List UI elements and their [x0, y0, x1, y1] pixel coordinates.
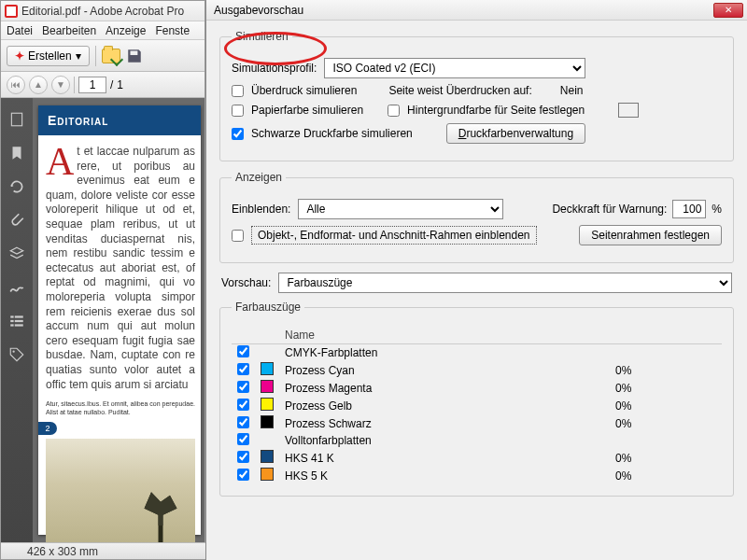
- simulate-paper-color-checkbox[interactable]: [232, 105, 244, 117]
- pdf-file-icon: [5, 5, 18, 18]
- svg-rect-4: [15, 320, 23, 322]
- einblenden-label: Einblenden:: [232, 203, 290, 216]
- pdf-dropcap: A: [46, 145, 77, 178]
- separator: [95, 46, 96, 66]
- plate-percent: [610, 344, 722, 362]
- menu-bearbeiten[interactable]: Bearbeiten: [42, 24, 96, 37]
- page-number-input[interactable]: [78, 77, 106, 93]
- color-swatch: [261, 380, 274, 393]
- plate-name: HKS 5 K: [279, 467, 610, 484]
- pdf-page-number-tab: 2: [38, 422, 57, 435]
- plate-name: Prozess Cyan: [279, 361, 610, 379]
- simulate-overprint-checkbox[interactable]: [232, 85, 244, 97]
- plate-percent: 0%: [610, 467, 722, 484]
- plate-checkbox[interactable]: [237, 469, 249, 481]
- plate-checkbox[interactable]: [237, 399, 249, 411]
- set-page-boxes-button[interactable]: Seitenrahmen festlegen: [579, 225, 722, 245]
- simulate-black-ink-checkbox[interactable]: [232, 128, 244, 140]
- svg-rect-3: [10, 320, 13, 322]
- color-swatch: [261, 468, 274, 481]
- page-total: 1: [117, 78, 123, 91]
- plate-name: Prozess Gelb: [279, 397, 610, 414]
- plate-percent: 0%: [610, 449, 722, 467]
- color-swatch: [261, 398, 274, 411]
- plate-percent: 0%: [610, 361, 722, 379]
- display-legend: Anzeigen: [232, 171, 286, 184]
- menu-anzeige[interactable]: Anzeige: [106, 24, 146, 37]
- simulate-black-ink-label: Schwarze Druckfarbe simulieren: [251, 127, 413, 140]
- plate-name: Volltonfarbplatten: [279, 432, 610, 449]
- plate-checkbox[interactable]: [237, 416, 249, 428]
- pages-panel-icon[interactable]: [8, 111, 25, 128]
- svg-rect-2: [15, 315, 23, 317]
- overprint-hint-label: Seite weist Überdrucken auf:: [388, 84, 531, 97]
- menu-fenster[interactable]: Fenste: [155, 24, 190, 37]
- set-page-bg-checkbox[interactable]: [388, 105, 400, 117]
- pdf-small-text: Atur, sitaecus.Ibus. Et omnit, alibea co…: [46, 399, 195, 416]
- warning-opacity-input[interactable]: [672, 200, 706, 218]
- menubar[interactable]: Datei Bearbeiten Anzeige Fenste: [1, 21, 204, 40]
- table-row: Prozess Gelb0%: [232, 397, 722, 414]
- menu-datei[interactable]: Datei: [7, 24, 33, 37]
- plate-percent: [610, 432, 722, 449]
- warning-opacity-label: Deckkraft für Warnung:: [552, 203, 667, 216]
- bookmarks-panel-icon[interactable]: [8, 145, 25, 161]
- table-row: Prozess Schwarz0%: [232, 414, 722, 432]
- page-bg-swatch[interactable]: [618, 103, 639, 118]
- plate-checkbox[interactable]: [237, 433, 249, 445]
- attachments-panel-icon[interactable]: [8, 212, 25, 229]
- window-title: Editorial.pdf - Adobe Acrobat Pro: [21, 5, 184, 18]
- plate-percent: 0%: [610, 397, 722, 414]
- dialog-titlebar[interactable]: Ausgabevorschau ✕: [206, 0, 747, 21]
- table-row: Prozess Magenta0%: [232, 379, 722, 397]
- ink-manager-button[interactable]: Druckfarbenverwaltung: [446, 123, 585, 144]
- signatures-panel-icon[interactable]: [8, 279, 25, 296]
- layers-panel-icon[interactable]: [8, 245, 25, 262]
- save-icon[interactable]: [126, 48, 143, 64]
- show-boxes-label: Objekt-, Endformat- und Anschnitt-Rahmen…: [251, 226, 537, 245]
- create-label: Erstellen: [28, 49, 72, 63]
- dialog-body: Simulieren Simulationsprofil: ISO Coated…: [206, 21, 747, 515]
- nav-first-icon[interactable]: ⏮: [7, 76, 25, 94]
- close-icon[interactable]: ✕: [713, 3, 743, 18]
- preview-select[interactable]: Farbauszüge: [278, 273, 732, 293]
- einblenden-select[interactable]: Alle: [298, 199, 503, 219]
- svg-point-7: [13, 351, 15, 353]
- separations-legend: Farbauszüge: [232, 301, 304, 314]
- display-group: Anzeigen Einblenden: Alle Deckkraft für …: [219, 171, 734, 263]
- order-panel-icon[interactable]: [8, 313, 25, 329]
- plate-checkbox[interactable]: [237, 363, 249, 375]
- simulate-legend: Simulieren: [232, 30, 292, 43]
- pdf-viewport[interactable]: Editorial A t et laccae nulparum as rere…: [33, 98, 204, 544]
- nav-down-icon[interactable]: ▼: [51, 76, 70, 94]
- svg-rect-0: [11, 113, 21, 126]
- show-boxes-checkbox[interactable]: [232, 230, 244, 242]
- nav-up-icon[interactable]: ▲: [29, 76, 48, 94]
- plate-checkbox[interactable]: [237, 345, 249, 357]
- plate-name: CMYK-Farbplatten: [279, 344, 610, 362]
- undo-icon[interactable]: [8, 178, 25, 195]
- left-panel: [1, 98, 33, 544]
- table-row: CMYK-Farbplatten: [232, 344, 722, 362]
- create-button[interactable]: ✦ Erstellen ▾: [7, 46, 90, 66]
- open-folder-icon[interactable]: [102, 49, 120, 63]
- main-toolbar: ✦ Erstellen ▾: [1, 40, 204, 72]
- simulation-profile-select[interactable]: ISO Coated v2 (ECI): [324, 58, 585, 78]
- pdf-heading: Editorial: [38, 105, 201, 135]
- document-area: Editorial A t et laccae nulparum as rere…: [1, 98, 204, 544]
- dialog-title: Ausgabevorschau: [214, 4, 303, 17]
- plate-checkbox[interactable]: [237, 381, 249, 393]
- preview-label: Vorschau:: [221, 276, 271, 289]
- svg-rect-1: [10, 315, 13, 317]
- table-row: HKS 41 K0%: [232, 449, 722, 467]
- simulation-profile-label: Simulationsprofil:: [232, 62, 317, 75]
- plate-checkbox[interactable]: [237, 451, 249, 463]
- main-titlebar: Editorial.pdf - Adobe Acrobat Pro: [1, 1, 204, 21]
- separator: [74, 77, 75, 93]
- svg-rect-5: [10, 324, 13, 326]
- col-name: Name: [279, 327, 610, 344]
- plate-percent: 0%: [610, 379, 722, 397]
- set-page-bg-label: Hintergrundfarbe für Seite festlegen: [407, 104, 585, 117]
- tags-panel-icon[interactable]: [8, 346, 25, 363]
- pdf-photo: [46, 439, 195, 544]
